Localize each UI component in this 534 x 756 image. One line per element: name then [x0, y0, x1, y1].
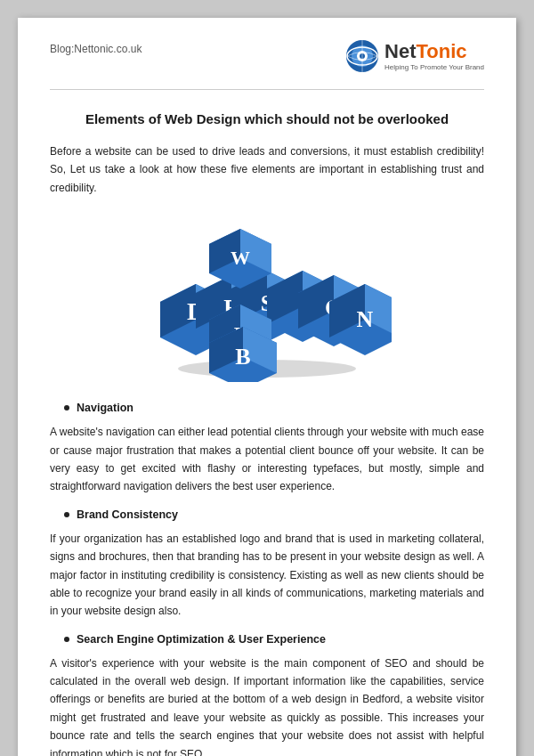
navigation-body: A website's navigation can either lead p… [50, 423, 484, 496]
svg-text:N: N [357, 306, 374, 332]
svg-text:B: B [235, 344, 250, 370]
seo-label: Search Engine Optimization & User Experi… [77, 633, 326, 646]
article-title: Elements of Web Design which should not … [50, 110, 484, 128]
seo-body: A visitor's experience with your website… [50, 654, 484, 756]
logo-tagline: Helping To Promote Your Brand [384, 63, 484, 71]
header-divider [50, 89, 484, 90]
intro-paragraph: Before a website can be used to drive le… [50, 142, 484, 197]
navigation-heading: Navigation [64, 402, 484, 414]
seo-heading: Search Engine Optimization & User Experi… [64, 633, 484, 646]
page-container: Blog:Nettonic.co.uk NetTonic [18, 18, 516, 756]
logo-text: NetTonic Helping To Promote Your Brand [384, 42, 484, 71]
logo-area: NetTonic Helping To Promote Your Brand [345, 39, 484, 73]
svg-text:W: W [231, 247, 250, 269]
logo-tonic: Tonic [417, 40, 467, 62]
hero-image: D E S [50, 213, 484, 382]
logo-container: NetTonic Helping To Promote Your Brand [345, 39, 484, 73]
logo-net: Net [384, 40, 416, 62]
web-design-cubes: D E S [142, 213, 392, 382]
section-seo: Search Engine Optimization & User Experi… [50, 633, 484, 756]
bullet-dot-2 [64, 512, 69, 517]
brand-heading: Brand Consistency [64, 508, 484, 521]
brand-label: Brand Consistency [77, 508, 178, 521]
section-navigation: Navigation A website's navigation can ei… [50, 402, 484, 496]
bullet-dot-1 [64, 405, 69, 411]
navigation-label: Navigation [77, 402, 134, 414]
section-brand: Brand Consistency If your organization h… [50, 508, 484, 621]
bullet-dot-3 [64, 637, 69, 642]
logo-name: NetTonic [384, 42, 466, 61]
logo-icon [345, 39, 379, 73]
blog-label: Blog:Nettonic.co.uk [50, 43, 142, 55]
brand-body: If your organization has an established … [50, 530, 484, 621]
page-header: Blog:Nettonic.co.uk NetTonic [50, 39, 484, 73]
cubes-svg-container: D E S [142, 213, 392, 382]
